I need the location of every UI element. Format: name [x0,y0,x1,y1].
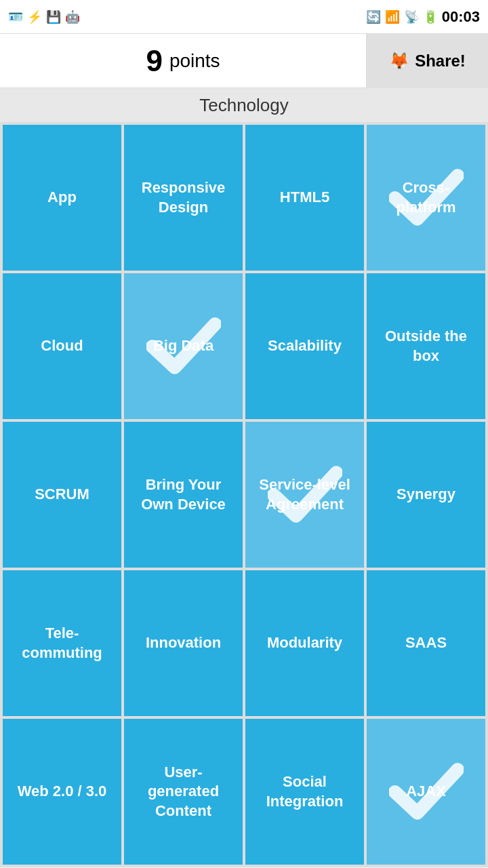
wifi-icon: 📶 [385,9,400,24]
battery-icon: 🔋 [423,9,438,24]
tile-4[interactable]: Cloud [3,273,121,419]
tile-label-16: Web 2.0 / 3.0 [18,782,107,802]
tile-13[interactable]: Innovation [124,570,243,716]
tile-8[interactable]: SCRUM [3,422,121,568]
tile-10[interactable]: Service-level Agreement [245,422,364,568]
tile-label-11: Synergy [396,485,455,505]
points-number: 9 [146,44,162,78]
usb-icon: ⚡ [27,9,42,24]
tile-2[interactable]: HTML5 [245,125,364,271]
tile-7[interactable]: Outside the box [367,273,485,419]
tile-label-6: Scalability [268,336,342,356]
tile-9[interactable]: Bring Your Own Device [124,422,243,568]
category-bar: Technology [0,88,488,122]
share-button[interactable]: 🦊 Share! [366,34,488,88]
status-bar: 🪪 ⚡ 💾 🤖 🔄 📶 📡 🔋 00:03 [0,0,488,34]
tile-label-1: Responsive Design [131,178,236,217]
tile-label-12: Tele-commuting [9,624,115,663]
checkmark-icon-5 [146,316,221,377]
tile-16[interactable]: Web 2.0 / 3.0 [3,719,121,865]
tile-17[interactable]: User-generated Content [124,719,243,865]
tile-3[interactable]: Cross-platform [367,125,485,271]
signal-icon: 📡 [404,9,419,24]
tile-14[interactable]: Modularity [245,570,364,716]
tile-label-8: SCRUM [35,485,89,505]
clock: 00:03 [442,8,480,26]
tile-1[interactable]: Responsive Design [124,125,243,271]
tile-19[interactable]: AJAX [367,719,485,865]
tile-label-4: Cloud [41,336,83,356]
checkmark-icon-10 [268,465,342,526]
tile-label-15: SAAS [405,633,447,653]
storage-icon: 💾 [46,9,61,24]
header: 9 points 🦊 Share! [0,34,488,88]
app-icon: 🤖 [65,9,80,24]
share-label: Share! [415,52,466,71]
status-icons-left: 🪪 ⚡ 💾 🤖 [8,9,80,24]
tile-label-13: Innovation [146,633,221,653]
checkmark-icon-19 [389,762,464,823]
tile-12[interactable]: Tele-commuting [3,570,121,716]
sim-icon: 🪪 [8,9,23,24]
tile-label-18: Social Integration [252,772,357,811]
tile-label-0: App [47,188,77,208]
share-icon: 🦊 [389,52,409,71]
points-area: 9 points [0,44,366,78]
tile-label-7: Outside the box [373,327,479,366]
tile-6[interactable]: Scalability [245,273,364,419]
tile-label-17: User-generated Content [131,763,236,821]
tile-label-2: HTML5 [280,188,329,208]
tile-0[interactable]: App [3,125,121,271]
bingo-grid: AppResponsive DesignHTML5Cross-platform … [0,122,488,867]
status-icons-right: 🔄 📶 📡 🔋 00:03 [366,8,480,26]
tile-15[interactable]: SAAS [367,570,485,716]
points-label: points [169,50,220,72]
category-title: Technology [199,95,289,116]
checkmark-icon-3 [389,167,464,229]
tile-11[interactable]: Synergy [367,422,485,568]
tile-label-9: Bring Your Own Device [131,475,236,514]
tile-label-14: Modularity [267,633,342,653]
tile-5[interactable]: Big Data [124,273,243,419]
sync-icon: 🔄 [366,9,381,24]
tile-18[interactable]: Social Integration [245,719,364,865]
